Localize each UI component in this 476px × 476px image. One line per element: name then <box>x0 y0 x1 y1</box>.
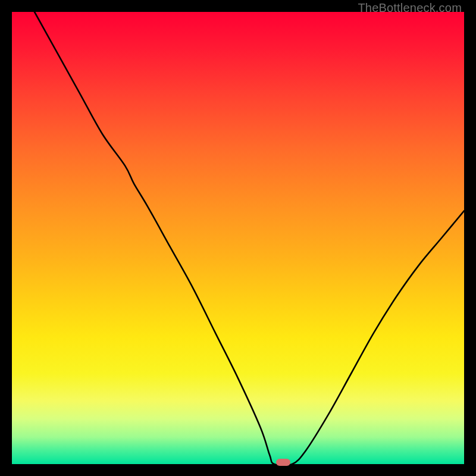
plot-area <box>12 12 464 464</box>
bottleneck-curve <box>35 12 464 465</box>
optimum-marker <box>276 459 290 466</box>
curve-svg <box>12 12 464 464</box>
chart-frame: TheBottleneck.com <box>0 0 476 476</box>
